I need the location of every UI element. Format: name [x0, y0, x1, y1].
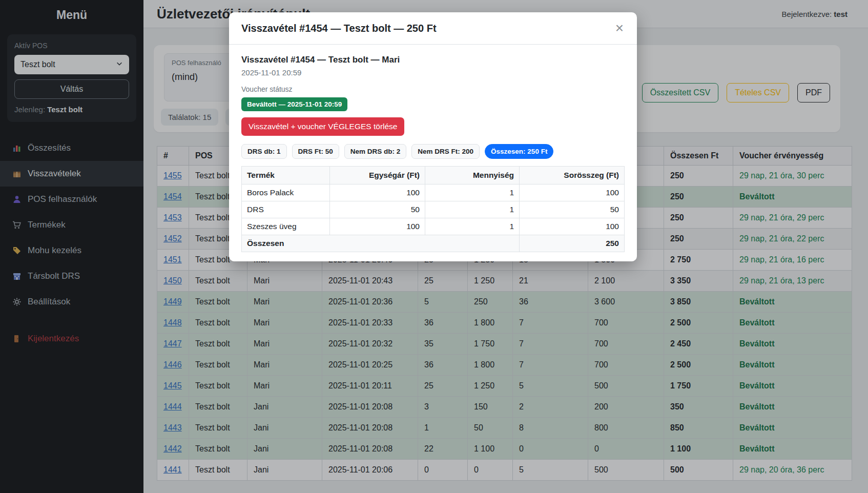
- items-column-header: Sorösszeg (Ft): [520, 167, 625, 184]
- summary-badge: Nem DRS Ft: 200: [411, 144, 480, 159]
- modal-heading: Visszavétel #1454 — Teszt bolt — Mari: [241, 55, 625, 65]
- item-value: 100: [330, 218, 425, 235]
- summary-badge: Nem DRS db: 2: [344, 144, 407, 159]
- app-root: Menü Aktív POS Teszt bolt Váltás Jelenle…: [0, 0, 868, 493]
- items-table-footer-row: Összesen 250: [242, 235, 625, 252]
- summary-badges: DRS db: 1DRS Ft: 50Nem DRS db: 2Nem DRS …: [241, 144, 625, 159]
- summary-badge: DRS Ft: 50: [292, 144, 339, 159]
- items-column-header: Mennyiség: [425, 167, 520, 184]
- item-value: 1: [425, 201, 520, 218]
- item-value: 50: [520, 201, 625, 218]
- item-name: DRS: [242, 201, 330, 218]
- modal-header: Visszavétel #1454 — Teszt bolt — 250 Ft …: [229, 12, 637, 45]
- total-badge: Összesen: 250 Ft: [485, 144, 553, 159]
- close-icon[interactable]: ×: [614, 21, 625, 35]
- items-column-header: Termék: [242, 167, 330, 184]
- modal-body: Visszavétel #1454 — Teszt bolt — Mari 20…: [229, 45, 637, 261]
- items-table-row: DRS50150: [242, 201, 625, 218]
- item-value: 1: [425, 218, 520, 235]
- item-value: 100: [330, 184, 425, 201]
- item-name: Szeszes üveg: [242, 218, 330, 235]
- items-column-header: Egységár (Ft): [330, 167, 425, 184]
- items-table-row: Szeszes üveg1001100: [242, 218, 625, 235]
- item-value: 100: [520, 218, 625, 235]
- items-table: TermékEgységár (Ft)MennyiségSorösszeg (F…: [241, 166, 625, 252]
- summary-badge: DRS db: 1: [241, 144, 287, 159]
- delete-return-button[interactable]: Visszavétel + voucher VÉGLEGES törlése: [241, 117, 404, 136]
- item-name: Boros Palack: [242, 184, 330, 201]
- voucher-status-label: Voucher státusz: [241, 85, 625, 93]
- item-value: 50: [330, 201, 425, 218]
- items-total-label: Összesen: [242, 235, 520, 252]
- return-detail-modal: Visszavétel #1454 — Teszt bolt — 250 Ft …: [229, 12, 637, 261]
- items-total-value: 250: [520, 235, 625, 252]
- item-value: 100: [520, 184, 625, 201]
- items-table-header-row: TermékEgységár (Ft)MennyiségSorösszeg (F…: [242, 167, 625, 184]
- modal-datetime: 2025-11-01 20:59: [241, 68, 625, 77]
- item-value: 1: [425, 184, 520, 201]
- modal-title: Visszavétel #1454 — Teszt bolt — 250 Ft: [241, 23, 437, 34]
- voucher-status-badge: Beváltott — 2025-11-01 20:59: [241, 97, 347, 111]
- items-table-row: Boros Palack1001100: [242, 184, 625, 201]
